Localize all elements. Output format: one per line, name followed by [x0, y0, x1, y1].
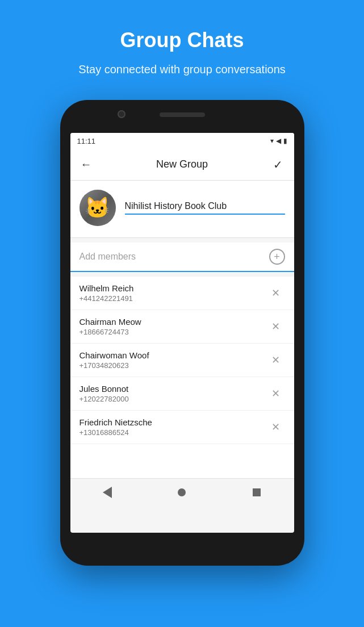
remove-member-button[interactable]: ✕	[267, 384, 285, 403]
recent-nav-icon	[253, 488, 261, 496]
remove-member-button[interactable]: ✕	[267, 317, 285, 336]
add-members-input[interactable]: Add members	[80, 252, 269, 262]
check-button[interactable]: ✓	[267, 153, 290, 176]
add-member-icon[interactable]: +	[269, 249, 285, 265]
remove-member-button[interactable]: ✕	[267, 418, 285, 436]
member-name: Wilhelm Reich	[80, 283, 267, 293]
list-item[interactable]: Friedrich Nietzsche +13016886524 ✕	[70, 411, 294, 444]
member-phone: +13016886524	[80, 428, 267, 437]
member-phone: +12022782000	[80, 395, 267, 403]
phone-screen: 11:11 ▾ ◀ ▮ ← New Group ✓ Nihilist Histo…	[70, 133, 294, 533]
member-name: Friedrich Nietzsche	[80, 417, 267, 427]
member-info: Chairman Meow +18666724473	[80, 317, 267, 336]
nav-title: New Group	[98, 158, 267, 170]
phone-speaker	[160, 112, 205, 117]
member-name: Jules Bonnot	[80, 384, 267, 394]
member-info: Chairwoman Woof +17034820623	[80, 350, 267, 370]
bottom-nav	[70, 478, 294, 505]
back-nav-icon	[103, 487, 112, 498]
page-subtitle: Stay connected with group conversations	[78, 61, 286, 77]
member-phone: +17034820623	[80, 361, 267, 370]
back-button[interactable]: ←	[75, 153, 98, 176]
avatar-image	[80, 190, 116, 226]
header-section: Group Chats Stay connected with group co…	[56, 0, 308, 94]
nav-bar: ← New Group ✓	[70, 149, 294, 181]
list-item[interactable]: Jules Bonnot +12022782000 ✕	[70, 377, 294, 411]
member-info: Friedrich Nietzsche +13016886524	[80, 417, 267, 437]
status-time: 11:11	[77, 137, 96, 145]
add-members-section[interactable]: Add members +	[70, 243, 294, 272]
recent-nav-button[interactable]	[245, 481, 268, 504]
remove-member-button[interactable]: ✕	[267, 351, 285, 369]
group-name-input-wrapper[interactable]: Nihilist History Book Club	[125, 201, 285, 215]
list-item[interactable]: Chairwoman Woof +17034820623 ✕	[70, 344, 294, 377]
status-icons: ▾ ◀ ▮	[270, 137, 287, 145]
member-name: Chairman Meow	[80, 317, 267, 327]
member-phone: +441242221491	[80, 294, 267, 303]
member-phone: +18666724473	[80, 328, 267, 336]
signal-icon: ◀	[276, 137, 281, 145]
phone-camera	[118, 110, 125, 118]
list-item[interactable]: Chairman Meow +18666724473 ✕	[70, 310, 294, 344]
page-title: Group Chats	[78, 28, 286, 52]
list-spacer	[70, 444, 294, 478]
home-nav-icon	[178, 488, 186, 496]
group-name-text: Nihilist History Book Club	[125, 201, 285, 211]
back-nav-button[interactable]	[96, 481, 119, 504]
members-list: Wilhelm Reich +441242221491 ✕ Chairman M…	[70, 277, 294, 478]
list-item[interactable]: Wilhelm Reich +441242221491 ✕	[70, 277, 294, 310]
status-bar: 11:11 ▾ ◀ ▮	[70, 133, 294, 149]
member-name: Chairwoman Woof	[80, 350, 267, 360]
wifi-icon: ▾	[270, 137, 274, 145]
group-avatar[interactable]	[80, 190, 116, 226]
group-name-section: Nihilist History Book Club	[70, 181, 294, 238]
home-nav-button[interactable]	[170, 481, 193, 504]
member-info: Wilhelm Reich +441242221491	[80, 283, 267, 303]
battery-icon: ▮	[283, 137, 287, 145]
member-info: Jules Bonnot +12022782000	[80, 384, 267, 403]
remove-member-button[interactable]: ✕	[267, 284, 285, 302]
phone-mockup: 11:11 ▾ ◀ ▮ ← New Group ✓ Nihilist Histo…	[60, 100, 304, 566]
